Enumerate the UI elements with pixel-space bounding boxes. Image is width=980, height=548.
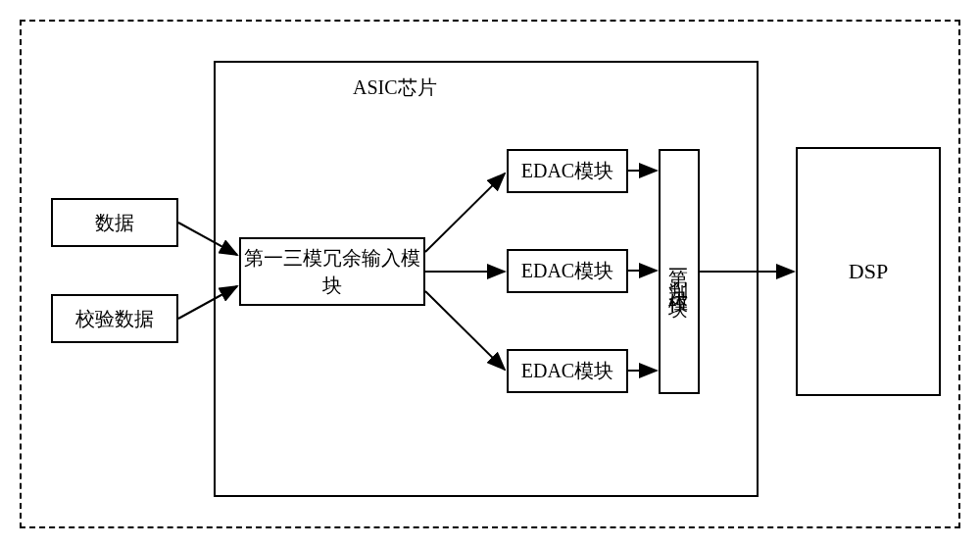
data-label: 数据 xyxy=(95,210,134,236)
check-data-input-block: 校验数据 xyxy=(51,294,178,343)
tmr-label: 第一三模冗余输入模块 xyxy=(241,244,423,299)
edac-3-label: EDAC模块 xyxy=(521,358,613,384)
edac-1-label: EDAC模块 xyxy=(521,158,613,184)
tmr-input-module-block: 第一三模冗余输入模块 xyxy=(239,237,425,306)
check-data-label: 校验数据 xyxy=(75,306,154,332)
edac-2-label: EDAC模块 xyxy=(521,258,613,284)
outer-dashed-container: ASIC芯片 数据 校验数据 第一三模冗余输入模块 EDAC模块 EDAC模块 … xyxy=(20,20,960,528)
edac-module-1-block: EDAC模块 xyxy=(507,149,628,193)
first-decision-module-block: 第一判决模块 xyxy=(659,149,700,394)
asic-title: ASIC芯片 xyxy=(353,75,437,101)
dsp-label: DSP xyxy=(849,259,888,284)
dsp-block: DSP xyxy=(796,147,941,396)
data-input-block: 数据 xyxy=(51,198,178,247)
decision-label: 第一判决模块 xyxy=(666,254,693,289)
edac-module-3-block: EDAC模块 xyxy=(507,349,628,393)
edac-module-2-block: EDAC模块 xyxy=(507,249,628,293)
